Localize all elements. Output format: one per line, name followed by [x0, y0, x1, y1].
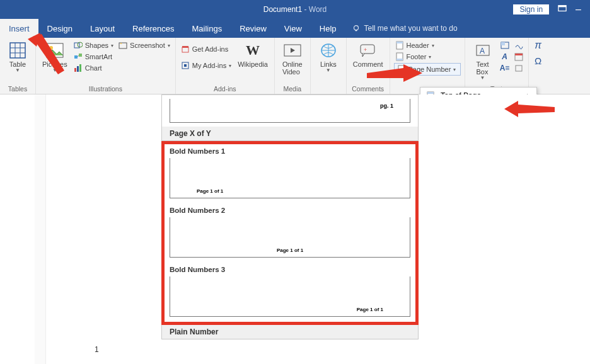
svg-rect-1: [558, 5, 566, 7]
wikipedia-icon: W: [246, 43, 260, 58]
text-box-icon: A: [475, 43, 490, 58]
group-addins: Get Add-ins My Add-ins ▾ W Wikipedia Add…: [176, 38, 275, 94]
svg-rect-43: [427, 92, 434, 94]
symbol-icon: Ω: [535, 55, 541, 66]
svg-rect-15: [74, 68, 76, 72]
store-icon: [181, 45, 190, 54]
tab-references[interactable]: References: [124, 19, 183, 38]
minimize-icon[interactable]: –: [576, 7, 581, 12]
shapes-button[interactable]: Shapes ▾: [72, 40, 115, 50]
table-icon: [9, 42, 26, 59]
svg-rect-4: [10, 43, 25, 58]
signature-line-button[interactable]: [513, 40, 524, 50]
svg-point-12: [78, 42, 83, 47]
ribbon: Table▼ Tables Pictures▼ Shapes ▾ SmartAr…: [0, 38, 590, 94]
comment-button[interactable]: + Comment: [350, 39, 386, 69]
svg-rect-21: [182, 46, 188, 48]
svg-rect-20: [182, 47, 188, 52]
video-icon: [284, 43, 301, 58]
page-number-icon: #: [397, 65, 406, 74]
date-icon: [514, 52, 523, 61]
equation-icon: π: [535, 40, 541, 51]
svg-rect-3: [355, 30, 357, 31]
tab-layout[interactable]: Layout: [81, 19, 124, 38]
svg-rect-13: [74, 55, 78, 59]
gallery-bold-numbers-3[interactable]: Bold Numbers 3 Page 1 of 1: [165, 263, 415, 317]
text-box-button[interactable]: A Text Box▼: [469, 39, 497, 82]
chart-button[interactable]: Chart: [72, 63, 115, 73]
svg-point-19: [120, 43, 122, 44]
screenshot-button[interactable]: Screenshot ▾: [117, 40, 171, 50]
tab-insert[interactable]: Insert: [0, 19, 38, 38]
table-button[interactable]: Table▼: [4, 39, 32, 75]
svg-marker-25: [291, 48, 295, 53]
get-addins-button[interactable]: Get Add-ins: [180, 44, 233, 54]
quick-parts-button[interactable]: [499, 40, 511, 50]
group-symbols: π Ω: [529, 38, 548, 94]
group-media: Online Video Media: [275, 38, 311, 94]
quick-parts-icon: [500, 41, 509, 50]
symbol-button[interactable]: Ω: [533, 55, 544, 65]
tab-help[interactable]: Help: [311, 19, 345, 38]
svg-rect-23: [184, 64, 187, 67]
svg-point-2: [354, 26, 358, 30]
my-addins-button[interactable]: My Add-ins ▾: [180, 60, 233, 71]
page-number-button[interactable]: #Page Number ▾: [394, 63, 461, 76]
page-number-indicator: 1: [95, 345, 99, 354]
highlighted-options: Bold Numbers 1 Page 1 of 1 Bold Numbers …: [161, 141, 419, 325]
tab-view[interactable]: View: [275, 19, 311, 38]
document-canvas: 1 ▲ pg. 1 Page X of Y Bold Numbers 1 Pag…: [0, 94, 590, 364]
page-number-gallery: pg. 1 Page X of Y Bold Numbers 1 Page 1 …: [161, 94, 419, 339]
gallery-section-plain: Plain Number: [161, 325, 419, 339]
footer-button[interactable]: Footer ▾: [394, 52, 461, 62]
smartart-button[interactable]: SmartArt: [72, 52, 115, 62]
svg-rect-32: [396, 59, 403, 60]
object-button[interactable]: [513, 63, 524, 73]
pictures-icon: [46, 43, 64, 58]
links-button[interactable]: Links▼: [315, 39, 342, 75]
shapes-icon: [74, 41, 83, 50]
group-illustrations: Pictures▼ Shapes ▾ SmartArt Chart Screen…: [36, 38, 176, 94]
equation-button[interactable]: π: [533, 40, 544, 50]
wordart-icon: A: [502, 52, 507, 61]
tab-design[interactable]: Design: [38, 19, 81, 38]
svg-rect-16: [77, 66, 79, 72]
wikipedia-button[interactable]: W Wikipedia: [235, 39, 270, 69]
tab-mailings[interactable]: Mailings: [183, 19, 231, 38]
object-icon: [514, 64, 523, 72]
tab-review[interactable]: Review: [231, 19, 275, 38]
svg-rect-17: [79, 64, 81, 72]
svg-rect-40: [515, 54, 523, 55]
ribbon-display-icon[interactable]: [558, 4, 567, 15]
date-time-button[interactable]: [513, 52, 524, 62]
header-button[interactable]: Header ▾: [394, 40, 461, 50]
drop-cap-button[interactable]: A≡: [499, 63, 511, 73]
footer-icon: [395, 52, 404, 61]
svg-rect-14: [79, 54, 82, 57]
wordart-button[interactable]: A: [499, 52, 511, 62]
group-comments: + Comment Comments: [347, 38, 390, 94]
svg-rect-30: [396, 42, 403, 43]
chart-icon: [74, 64, 83, 72]
sign-in-button[interactable]: Sign in: [513, 4, 549, 14]
title-bar: Document1 - Word Sign in –: [0, 0, 590, 19]
group-text: A Text Box▼ A A≡ Text: [465, 38, 529, 94]
gallery-section-xofy: Page X of Y: [161, 127, 419, 141]
vertical-ruler: [35, 94, 46, 364]
window-title: Document1 - Word: [263, 5, 327, 14]
svg-rect-27: [361, 45, 374, 54]
svg-point-10: [49, 46, 53, 50]
ribbon-tabs: Insert Design Layout References Mailings…: [0, 19, 590, 38]
gallery-bold-numbers-2[interactable]: Bold Numbers 2 Page 1 of 1: [165, 203, 415, 258]
svg-rect-18: [119, 43, 127, 48]
group-header-footer: Header ▾ Footer ▾ #Page Number ▾: [390, 38, 465, 94]
gallery-preview-current[interactable]: pg. 1: [161, 94, 419, 127]
tell-me-search[interactable]: Tell me what you want to do: [345, 19, 464, 38]
addins-icon: [181, 61, 190, 70]
online-video-button[interactable]: Online Video: [279, 39, 306, 77]
pictures-button[interactable]: Pictures▼: [40, 39, 70, 75]
gallery-bold-numbers-1[interactable]: Bold Numbers 1 Page 1 of 1: [165, 144, 415, 198]
drop-cap-icon: A≡: [500, 64, 510, 72]
signature-icon: [514, 41, 523, 50]
svg-text:+: +: [364, 47, 367, 53]
